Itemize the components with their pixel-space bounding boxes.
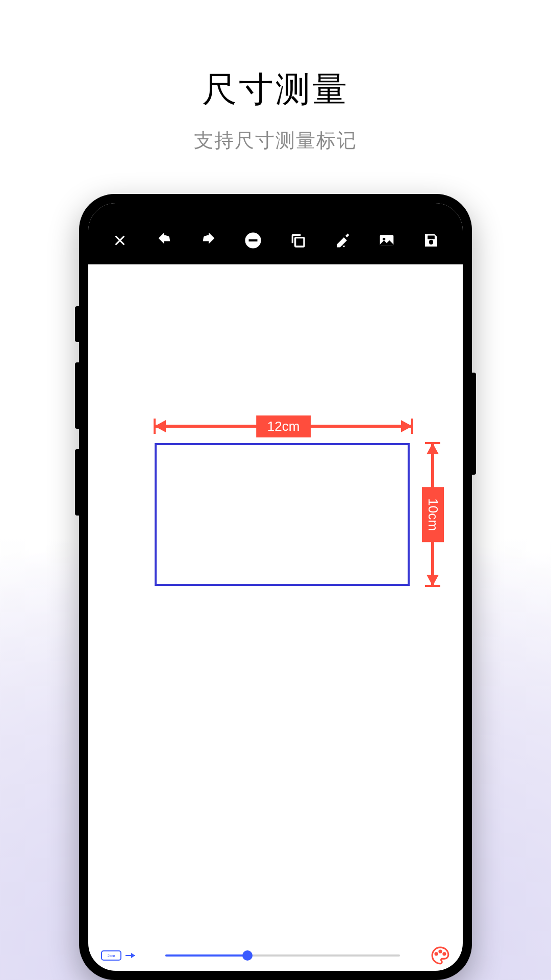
size-slider[interactable] (165, 954, 400, 957)
phone-physical-button (75, 362, 79, 429)
svg-rect-1 (249, 239, 258, 241)
horizontal-dimension[interactable]: 12cm (155, 419, 412, 434)
slider-thumb[interactable] (242, 950, 253, 961)
redo-icon[interactable] (199, 231, 218, 250)
slider-fill (165, 954, 247, 957)
save-icon[interactable] (421, 231, 441, 250)
image-icon[interactable] (377, 231, 396, 250)
width-measurement-label[interactable]: 12cm (256, 415, 311, 437)
drawing-canvas[interactable]: 12cm 10cm (88, 264, 463, 940)
height-measurement-label[interactable]: 10cm (422, 487, 444, 542)
page-title: 尺寸测量 (0, 66, 551, 113)
dimension-cap (425, 585, 440, 587)
copy-icon[interactable] (288, 231, 308, 250)
arrow-down-icon (427, 575, 439, 586)
svg-point-7 (435, 953, 437, 955)
page-subtitle: 支持尺寸测量标记 (0, 128, 551, 154)
phone-screen: 12cm 10cm 2cm (88, 203, 463, 971)
measure-tool-chip[interactable]: 2cm (101, 950, 121, 961)
arrow-right-icon (401, 420, 412, 432)
measured-rectangle[interactable] (155, 443, 410, 586)
bottom-toolbar: 2cm (88, 940, 463, 971)
brush-clear-icon[interactable] (333, 231, 352, 250)
phone-physical-button (75, 306, 79, 342)
svg-point-4 (383, 238, 385, 240)
svg-point-9 (443, 953, 445, 955)
phone-mockup: 12cm 10cm 2cm (79, 194, 472, 980)
svg-point-6 (429, 240, 433, 244)
svg-rect-2 (295, 238, 304, 247)
close-icon[interactable] (110, 231, 130, 250)
color-palette-icon[interactable] (431, 946, 450, 965)
phone-physical-button (75, 449, 79, 516)
minus-circle-icon[interactable] (243, 231, 263, 250)
arrow-up-icon (427, 443, 439, 454)
phone-physical-button (472, 373, 476, 475)
vertical-dimension[interactable]: 10cm (425, 443, 440, 586)
svg-rect-5 (428, 236, 435, 239)
app-toolbar (88, 203, 463, 264)
svg-point-8 (439, 950, 441, 952)
arrow-right-icon (126, 955, 135, 956)
dimension-cap (411, 419, 413, 434)
arrow-left-icon (155, 420, 166, 432)
undo-icon[interactable] (155, 231, 174, 250)
